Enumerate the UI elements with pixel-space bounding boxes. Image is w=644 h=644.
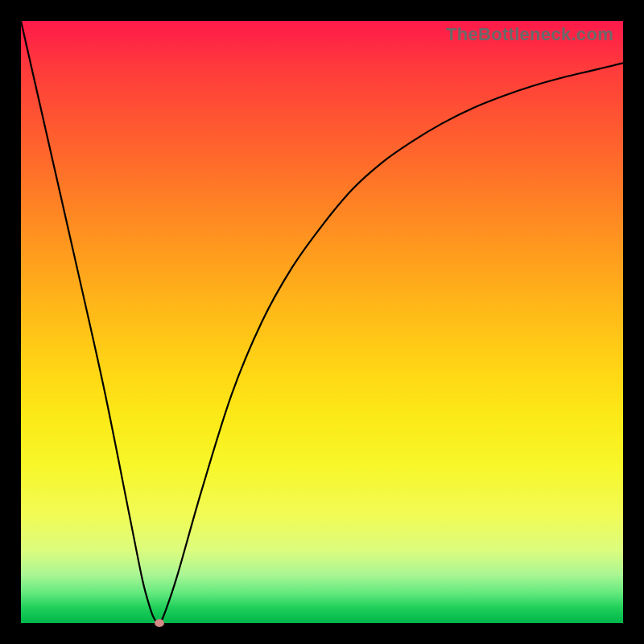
plot-area: TheBottleneck.com — [21, 21, 623, 623]
chart-frame: TheBottleneck.com — [0, 0, 644, 644]
bottleneck-curve — [21, 21, 623, 623]
optimal-point-marker — [155, 619, 164, 627]
